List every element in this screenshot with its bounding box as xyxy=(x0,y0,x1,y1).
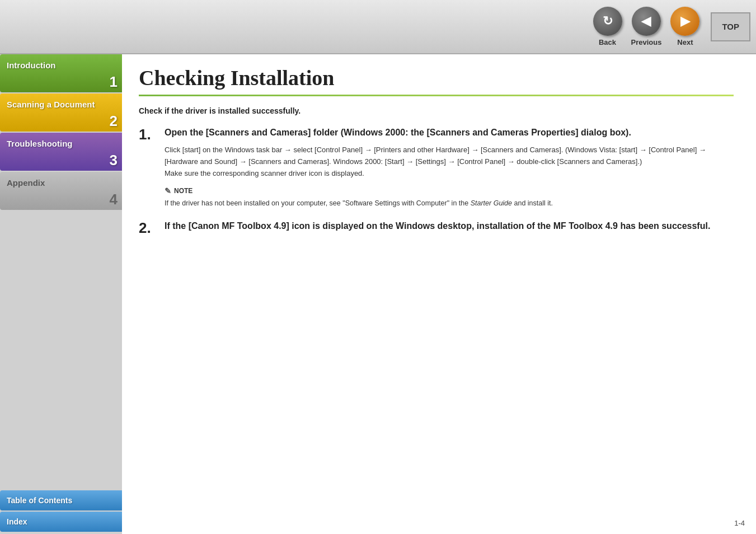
note-text: If the driver has not been installed on … xyxy=(165,198,734,209)
previous-button[interactable]: ◀ Previous xyxy=(631,7,662,46)
previous-icon: ◀ xyxy=(641,14,651,29)
step-1: 1. Open the [Scanners and Cameras] folde… xyxy=(139,127,734,209)
step-1-body: Click [start] on the Windows task bar → … xyxy=(165,144,734,179)
title-underline xyxy=(139,95,734,96)
index-button[interactable]: Index xyxy=(0,512,122,532)
sidebar-item-scanning[interactable]: Scanning a Document 2 xyxy=(0,93,122,132)
back-button[interactable]: ↻ Back xyxy=(593,7,622,46)
top-label[interactable]: TOP xyxy=(711,12,750,41)
appendix-tab[interactable]: Appendix 4 xyxy=(0,172,122,210)
previous-circle: ◀ xyxy=(632,7,661,36)
sidebar-item-introduction[interactable]: Introduction 1 xyxy=(0,54,122,92)
note-header: ✎ NOTE xyxy=(165,186,734,195)
troubleshooting-tab[interactable]: Troubleshooting 3 xyxy=(0,133,122,171)
next-icon: ▶ xyxy=(680,14,690,29)
sidebar: Introduction 1 Scanning a Document 2 Tro… xyxy=(0,54,122,534)
next-button[interactable]: ▶ Next xyxy=(670,7,699,46)
top-navigation-bar: ↻ Back ◀ Previous ▶ Next TOP xyxy=(0,0,756,54)
step-1-heading: Open the [Scanners and Cameras] folder (… xyxy=(165,127,734,139)
scanning-tab[interactable]: Scanning a Document 2 xyxy=(0,93,122,132)
back-icon: ↻ xyxy=(603,14,613,29)
page-title: Checking Installation xyxy=(139,65,734,90)
step-1-content: Open the [Scanners and Cameras] folder (… xyxy=(165,127,734,209)
introduction-num: 1 xyxy=(110,74,118,89)
scanning-label: Scanning a Document xyxy=(7,99,116,110)
step-2-number: 2. xyxy=(139,220,156,236)
step-1-number: 1. xyxy=(139,127,156,143)
back-circle: ↻ xyxy=(593,7,622,36)
step-2: 2. If the [Canon MF Toolbox 4.9] icon is… xyxy=(139,220,734,238)
troubleshooting-num: 3 xyxy=(110,153,118,167)
appendix-label: Appendix xyxy=(7,177,116,189)
sidebar-item-troubleshooting[interactable]: Troubleshooting 3 xyxy=(0,133,122,171)
note-icon: ✎ xyxy=(165,186,171,195)
back-label: Back xyxy=(599,38,616,46)
table-of-contents-button[interactable]: Table of Contents xyxy=(0,490,122,510)
previous-label: Previous xyxy=(631,38,662,46)
next-label: Next xyxy=(677,38,693,46)
sidebar-bottom-buttons: Table of Contents Index xyxy=(0,490,122,534)
page-number: 1-4 xyxy=(734,519,745,527)
main-content: Checking Installation Check if the drive… xyxy=(122,54,756,534)
check-text: Check if the driver is installed success… xyxy=(139,106,734,115)
step-2-heading: If the [Canon MF Toolbox 4.9] icon is di… xyxy=(165,220,734,232)
appendix-num: 4 xyxy=(110,192,118,207)
next-circle: ▶ xyxy=(670,7,699,36)
note-box: ✎ NOTE If the driver has not been instal… xyxy=(165,186,734,209)
scanning-num: 2 xyxy=(110,114,118,128)
note-label: NOTE xyxy=(174,187,192,195)
sidebar-item-appendix[interactable]: Appendix 4 xyxy=(0,172,122,210)
step-2-content: If the [Canon MF Toolbox 4.9] icon is di… xyxy=(165,220,734,238)
introduction-tab[interactable]: Introduction 1 xyxy=(0,54,122,92)
troubleshooting-label: Troubleshooting xyxy=(7,138,116,149)
introduction-label: Introduction xyxy=(7,60,116,71)
